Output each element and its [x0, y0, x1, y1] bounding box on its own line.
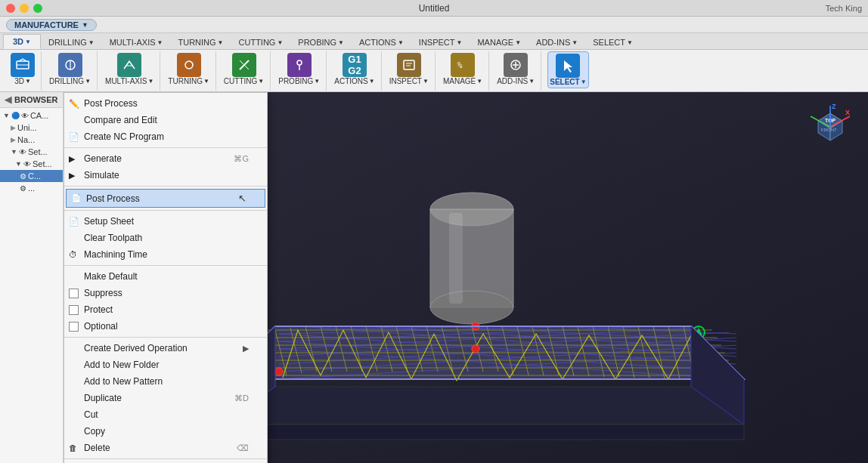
ribbon-group-probing: PROBING ▼	[272, 51, 327, 91]
btn-probing[interactable]: PROBING ▼	[277, 51, 321, 87]
tab-manage[interactable]: MANAGE▼	[470, 35, 529, 49]
tab-inspect[interactable]: INSPECT▼	[411, 35, 470, 49]
tree-item[interactable]: ▼ 👁 Set...	[0, 158, 63, 170]
btn-drilling-label: DRILLING ▼	[49, 77, 91, 85]
svg-text:X: X	[845, 109, 850, 116]
tab-multi-axis[interactable]: MULTI-AXIS▼	[102, 35, 171, 49]
manufacture-pill[interactable]: MANUFACTURE ▼	[6, 19, 97, 31]
tree-item-active[interactable]: ⚙ C...	[0, 170, 63, 182]
btn-manage[interactable]: % MANAGE ▼	[442, 51, 484, 87]
menu-item-suppress[interactable]: Suppress	[64, 285, 267, 301]
btn-actions-label: ACTIONS ▼	[334, 77, 374, 85]
ribbon-group-3d: 3D ▼	[5, 51, 42, 91]
menu-item-compare-edit[interactable]: Compare and Edit	[64, 112, 267, 128]
menu-separator-3	[64, 210, 267, 211]
btn-turning[interactable]: TURNING ▼	[166, 51, 210, 87]
menu-item-copy[interactable]: Copy	[64, 423, 267, 440]
tree-item[interactable]: ▼ 🔵 👁 CA...	[0, 110, 63, 122]
tree-item[interactable]: ⚙ ...	[0, 182, 63, 194]
optional-checkbox	[69, 322, 79, 332]
menu-item-clear-toolpath[interactable]: Clear Toolpath	[64, 230, 267, 246]
edit-tool-icon: ✏️	[69, 99, 79, 109]
svg-rect-10	[404, 60, 414, 69]
btn-cutting-label: CUTTING ▼	[224, 77, 264, 85]
btn-addins-label: ADD-INS ▼	[497, 77, 535, 85]
back-btn[interactable]: ◀	[5, 94, 11, 105]
main-area: ◀ BROWSER ▼ 🔵 👁 CA... ▶ Uni... ▶ Na... ▼…	[0, 92, 868, 463]
tab-probing[interactable]: PROBING▼	[290, 35, 352, 49]
ribbon-group-addins: ADD-INS ▼	[491, 51, 541, 91]
ribbon-tab-row: 3D▼ DRILLING▼ MULTI-AXIS▼ TURNING▼ CUTTI…	[0, 33, 868, 50]
menu-item-setup-sheet[interactable]: 📄 Setup Sheet	[64, 213, 267, 230]
menu-item-create-derived[interactable]: Create Derived Operation ▶	[64, 340, 267, 357]
menu-item-create-nc[interactable]: 📄 Create NC Program	[64, 128, 267, 145]
tab-actions[interactable]: ACTIONS▼	[352, 35, 411, 49]
tab-3d[interactable]: 3D▼	[3, 34, 41, 49]
btn-select-label: SELECT ▼	[550, 78, 586, 86]
tab-cutting[interactable]: CUTTING▼	[231, 35, 291, 49]
menu-item-make-default[interactable]: Make Default	[64, 268, 267, 285]
menu-separator-2	[64, 186, 267, 187]
machining-time-icon: ⏱	[69, 250, 77, 259]
maximize-button[interactable]	[33, 4, 42, 13]
svg-rect-21	[449, 213, 463, 304]
menu-item-add-pattern[interactable]: Add to New Pattern	[64, 373, 267, 390]
btn-probing-label: PROBING ▼	[278, 77, 320, 85]
menu-item-edit-tool[interactable]: ✏️ Post Process	[64, 95, 267, 112]
user-label: Tech King	[826, 4, 862, 13]
btn-drilling[interactable]: DRILLING ▼	[48, 51, 92, 87]
menu-item-simulate[interactable]: ▶ Simulate	[64, 167, 267, 184]
btn-cutting[interactable]: CUTTING ▼	[222, 51, 265, 87]
btn-turning-label: TURNING ▼	[168, 77, 209, 85]
viewport[interactable]: Z X TOP FRONT	[64, 92, 868, 463]
svg-marker-23	[222, 424, 744, 440]
menu-item-optional[interactable]: Optional	[64, 318, 267, 335]
ribbon-group-multiaxis: MULTI-AXIS ▼	[99, 51, 160, 91]
menu-item-post-process[interactable]: 📄 Post Process ↖	[66, 189, 265, 208]
protect-checkbox	[69, 305, 79, 315]
ribbon-buttons: 3D ▼ DRILLING ▼ MULTI-AXIS ▼	[0, 50, 868, 91]
ribbon-group-manage: % MANAGE ▼	[437, 51, 489, 91]
browser-label: BROWSER	[14, 95, 57, 104]
manufacture-label: MANUFACTURE	[14, 20, 79, 29]
tab-select[interactable]: SELECT▼	[585, 35, 640, 49]
minimize-button[interactable]	[20, 4, 29, 13]
tab-turning[interactable]: TURNING▼	[171, 35, 231, 49]
btn-multiaxis[interactable]: MULTI-AXIS ▼	[104, 51, 155, 87]
btn-3d-label: 3D ▼	[14, 77, 31, 85]
btn-select[interactable]: SELECT ▼	[547, 51, 588, 88]
tree-item[interactable]: ▶ Na...	[0, 134, 63, 146]
menu-item-duplicate[interactable]: Duplicate ⌘D	[64, 390, 267, 406]
menu-item-add-folder[interactable]: Add to New Folder	[64, 357, 267, 373]
menu-item-delete[interactable]: 🗑 Delete ⌫	[64, 440, 267, 456]
tab-addins[interactable]: ADD-INS▼	[529, 35, 585, 49]
simulate-icon: ▶	[69, 171, 75, 181]
menu-item-cut[interactable]: Cut	[64, 406, 267, 423]
tab-drilling[interactable]: DRILLING▼	[41, 35, 102, 49]
menu-item-protect[interactable]: Protect	[64, 301, 267, 318]
window-title: Untitled	[419, 3, 450, 14]
ribbon-group-cutting: CUTTING ▼	[218, 51, 271, 91]
btn-addins[interactable]: ADD-INS ▼	[495, 51, 536, 87]
ribbon-group-drilling: DRILLING ▼	[43, 51, 98, 91]
tree-item[interactable]: ▼ 👁 Set...	[0, 146, 63, 158]
tree-item[interactable]: ▶ Uni...	[0, 122, 63, 134]
menu-item-generate[interactable]: ▶ Generate ⌘G	[64, 150, 267, 167]
svg-text:FRONT: FRONT	[821, 128, 837, 132]
btn-inspect-label: INSPECT ▼	[389, 77, 429, 85]
viewport-gizmo[interactable]: TOP FRONT Z X	[803, 100, 857, 154]
sidebar-tree: ▼ 🔵 👁 CA... ▶ Uni... ▶ Na... ▼ 👁 Set... …	[0, 108, 63, 463]
menu-item-machining-time[interactable]: ⏱ Machining Time	[64, 246, 267, 263]
ribbon: 3D▼ DRILLING▼ MULTI-AXIS▼ TURNING▼ CUTTI…	[0, 33, 868, 92]
svg-point-20	[430, 291, 513, 324]
sidebar-header: ◀ BROWSER	[0, 92, 63, 108]
sidebar: ◀ BROWSER ▼ 🔵 👁 CA... ▶ Uni... ▶ Na... ▼…	[0, 92, 64, 463]
btn-3d-main[interactable]: 3D ▼	[9, 51, 36, 87]
btn-actions[interactable]: G1G2 ACTIONS ▼	[333, 51, 376, 87]
delete-icon: 🗑	[69, 443, 77, 452]
svg-point-8	[297, 60, 302, 65]
close-button[interactable]	[6, 4, 15, 13]
menu-separator-5	[64, 337, 267, 338]
create-nc-icon: 📄	[69, 132, 79, 142]
btn-inspect[interactable]: INSPECT ▼	[388, 51, 430, 87]
